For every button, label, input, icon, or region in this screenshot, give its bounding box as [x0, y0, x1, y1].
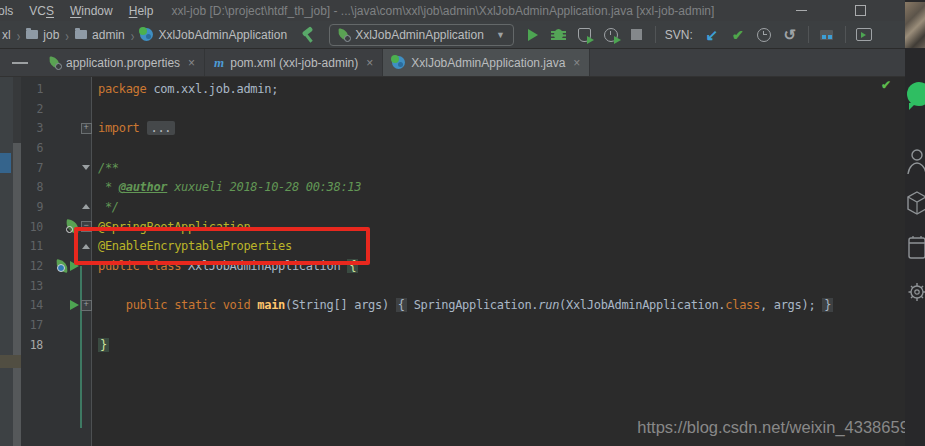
code-line[interactable]: 13 — [0, 276, 905, 296]
menu-item[interactable]: VCS — [21, 4, 62, 18]
line-number[interactable]: 9 — [0, 200, 45, 214]
hide-tabs-button[interactable] — [0, 49, 40, 76]
close-icon[interactable]: × — [366, 56, 373, 70]
code-text[interactable]: public class XxlJobAdminApplication { — [93, 259, 358, 273]
editor-tab[interactable]: application.properties× — [40, 49, 205, 76]
code-text[interactable]: } — [93, 338, 109, 352]
run-anything-button[interactable] — [851, 23, 877, 47]
profiler-button[interactable] — [598, 23, 624, 47]
line-number[interactable]: 2 — [0, 102, 45, 116]
run-gutter-icon[interactable] — [70, 300, 79, 310]
code-line[interactable]: 17 — [0, 315, 905, 335]
notebook-icon[interactable] — [907, 234, 925, 262]
avatar[interactable] — [905, 2, 925, 48]
line-number[interactable]: 1 — [0, 82, 45, 96]
code-token: , args); — [760, 298, 822, 312]
code-line[interactable]: 6 — [0, 138, 905, 158]
fold-expand-icon[interactable]: + — [81, 123, 92, 134]
tab-label: pom.xml (xxl-job-admin) — [230, 56, 358, 70]
editor-tab[interactable]: XxlJobAdminApplication.java× — [383, 49, 590, 76]
gutter-icons — [45, 99, 79, 119]
code-line[interactable]: 8 * @author xuxueli 2018-10-28 00:38:13 — [0, 177, 905, 197]
code-line[interactable]: 11@EnableEncryptableProperties — [0, 237, 905, 257]
line-number[interactable]: 18 — [0, 338, 45, 352]
code-text[interactable]: package com.xxl.job.admin; — [93, 82, 278, 96]
maximize-button[interactable] — [845, 0, 875, 20]
code-line[interactable]: 10−@SpringBootApplication — [0, 217, 905, 237]
line-number[interactable]: 12 — [0, 259, 45, 273]
menu-item[interactable]: Window — [62, 4, 121, 18]
fold-region-start-icon[interactable] — [82, 165, 90, 170]
breadcrumb-item[interactable]: admin — [92, 28, 125, 42]
cube-icon[interactable] — [907, 190, 925, 218]
line-number[interactable]: 3 — [0, 121, 45, 135]
run-with-coverage-button[interactable] — [572, 23, 598, 47]
line-number[interactable]: 6 — [0, 141, 45, 155]
inspection-ok-icon[interactable]: ✔ — [881, 78, 891, 92]
person-icon[interactable] — [907, 146, 925, 176]
line-number[interactable]: 13 — [0, 279, 45, 293]
code-line[interactable]: 2 — [0, 99, 905, 119]
history-button[interactable] — [751, 23, 777, 47]
chevron-down-icon: ▼ — [496, 30, 505, 40]
project-structure-button[interactable] — [814, 23, 840, 47]
close-icon[interactable]: × — [573, 56, 580, 70]
breadcrumb-item[interactable]: xl — [2, 28, 11, 42]
chat-bubble-icon[interactable] — [907, 82, 925, 106]
code-text[interactable]: */ — [93, 200, 119, 214]
fold-column — [79, 315, 93, 335]
line-number[interactable]: 8 — [0, 180, 45, 194]
gutter-icons — [45, 79, 79, 99]
breadcrumb-item[interactable]: job — [43, 28, 59, 42]
code-line[interactable]: 3+import ... — [0, 118, 905, 138]
editor-tab[interactable]: mpom.xml (xxl-job-admin)× — [205, 49, 383, 76]
gear-icon[interactable] — [907, 278, 925, 306]
breadcrumb-item[interactable]: XxlJobAdminApplication — [158, 28, 287, 42]
code-text[interactable]: * @author xuxueli 2018-10-28 00:38:13 — [93, 180, 361, 194]
run-gutter-icon[interactable] — [70, 261, 79, 271]
code-text[interactable]: @EnableEncryptableProperties — [93, 239, 292, 253]
minimize-button[interactable] — [786, 0, 816, 20]
stop-button[interactable] — [624, 23, 650, 47]
debug-button[interactable] — [546, 23, 572, 47]
svn-update-button[interactable]: ↙ — [699, 23, 725, 47]
code-line[interactable]: 18} — [0, 335, 905, 355]
run-button[interactable] — [520, 23, 546, 47]
code-token: SpringApplication. — [407, 298, 539, 312]
fold-region-end-icon[interactable] — [82, 244, 90, 249]
line-number[interactable]: 14 — [0, 298, 45, 312]
code-text[interactable]: /** — [93, 161, 119, 175]
menu-item[interactable]: ols — [0, 4, 21, 18]
gutter-icons — [45, 217, 79, 237]
toolbar-separator — [655, 26, 656, 43]
code-line[interactable]: 12public class XxlJobAdminApplication { — [0, 256, 905, 276]
code-line[interactable]: 14+ public static void main(String[] arg… — [0, 296, 905, 316]
close-icon[interactable]: × — [188, 56, 195, 70]
fold-column: + — [79, 296, 93, 316]
code-line[interactable]: 7/** — [0, 158, 905, 178]
line-number[interactable]: 11 — [0, 239, 45, 253]
code-line[interactable]: 1package com.xxl.job.admin; — [0, 79, 905, 99]
spring-boot-class-icon[interactable] — [56, 260, 68, 272]
code-line[interactable]: 9 */ — [0, 197, 905, 217]
build-hammer-icon[interactable] — [301, 27, 317, 43]
fold-region-end-icon[interactable] — [82, 204, 90, 209]
line-number[interactable]: 10 — [0, 220, 45, 234]
spring-scan-icon[interactable] — [66, 220, 79, 233]
line-number[interactable]: 7 — [0, 161, 45, 175]
line-number[interactable]: 17 — [0, 318, 45, 332]
tab-label: XxlJobAdminApplication.java — [411, 56, 565, 70]
rollback-button[interactable]: ↺ — [777, 23, 803, 47]
code-text[interactable]: public static void main(String[] args) {… — [93, 298, 833, 312]
fold-expand-icon[interactable]: + — [81, 300, 92, 311]
code-text[interactable]: @SpringBootApplication — [93, 220, 250, 234]
code-token: @EnableEncryptableProperties — [98, 239, 292, 253]
spring-icon — [49, 57, 60, 68]
fold-collapse-icon[interactable]: − — [81, 221, 92, 232]
run-configuration-select[interactable]: XxlJobAdminApplication ▼ — [329, 24, 514, 46]
fold-column — [79, 197, 93, 217]
code-editor[interactable]: 1package com.xxl.job.admin;23+import ...… — [0, 77, 925, 446]
menu-item[interactable]: Help — [121, 4, 162, 18]
code-text[interactable]: import ... — [93, 121, 175, 135]
svn-commit-button[interactable]: ✔ — [725, 23, 751, 47]
